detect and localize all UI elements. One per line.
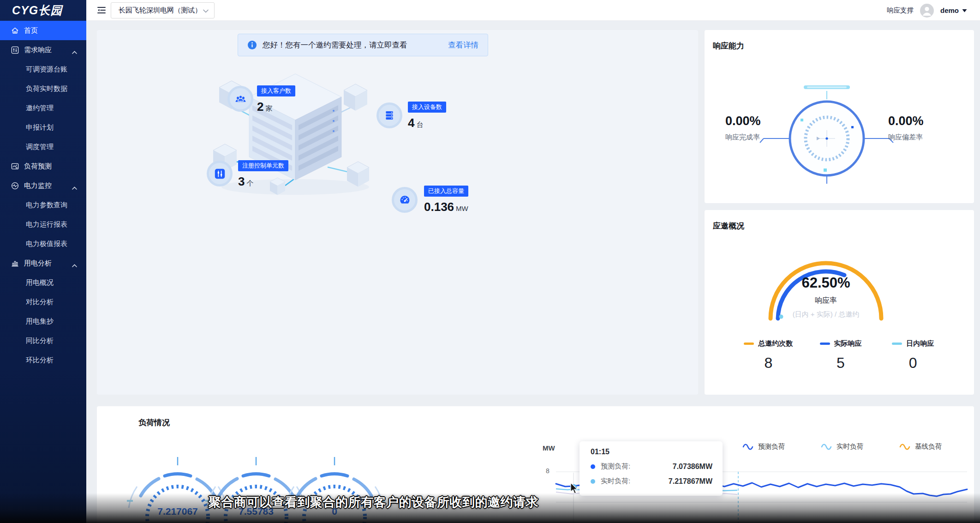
stat-value: 4 <box>408 116 414 130</box>
stat-value: 3 <box>238 174 245 188</box>
wave-icon <box>742 444 754 450</box>
stat-value: 2 <box>257 100 263 114</box>
sidebar-item-label: 负荷预测 <box>24 162 52 171</box>
sidebar-item-comparison-analysis[interactable]: 对比分析 <box>0 292 86 312</box>
tooltip-row-forecast: 预测负荷: 7.07386MW <box>591 462 712 471</box>
sidebar-item-adjustable-resources[interactable]: 可调资源台账 <box>0 60 86 79</box>
menu-fold-icon[interactable] <box>96 5 107 15</box>
stat-label-badge: 接入客户数 <box>257 85 295 96</box>
chart-tooltip: 01:15 预测负荷: 7.07386MW 实时负荷: 7.217867MW <box>580 441 723 496</box>
customers-icon <box>227 86 253 112</box>
chevron-down-icon <box>203 6 209 14</box>
sidebar-item-power-extreme-report[interactable]: 电力极值报表 <box>0 234 86 253</box>
sidebar-item-declaration-plan[interactable]: 申报计划 <box>0 118 86 137</box>
chart-legend-realtime[interactable]: 实时负荷 <box>820 442 863 451</box>
legend-intraday-responses[interactable]: 日内响应 0 <box>877 339 949 372</box>
stat-label-badge: 接入设备数 <box>408 102 446 113</box>
control-units-icon <box>207 161 233 186</box>
home-icon <box>11 27 19 35</box>
sidebar-item-load-forecast[interactable]: 负荷预测 <box>0 156 86 176</box>
topbar-right: 响应支撑 demo <box>887 0 967 21</box>
sidebar: CYG长园 首页 需求响应 可调资源台账 负荷实时数据 邀约管理 申报计划 调度… <box>0 0 86 523</box>
sidebar-group-power-analysis[interactable]: 用电分析 <box>0 253 86 273</box>
sidebar-item-yoy-analysis[interactable]: 同比分析 <box>0 331 86 350</box>
sidebar-item-meter-reading[interactable]: 用电集抄 <box>0 312 86 331</box>
stat-unit: MW <box>456 204 468 212</box>
org-selector-value: 长园飞轮深圳电网（测试） <box>119 6 202 15</box>
stat-control-units: 注册控制单元数 3个 <box>238 160 288 189</box>
series-dot <box>591 479 595 484</box>
tooltip-time: 01:15 <box>591 448 712 456</box>
gauge-value: 7.217067 <box>157 506 198 517</box>
load-gauge-3: 0 <box>284 457 385 523</box>
legend-actual-responses[interactable]: 实际响应 5 <box>805 339 877 372</box>
legend-swatch <box>820 343 830 345</box>
chart-legend-forecast[interactable]: 预测负荷 <box>742 442 785 451</box>
legend-value: 5 <box>805 355 877 372</box>
response-support-link[interactable]: 响应支撑 <box>887 6 914 15</box>
pulse-monitor-icon <box>11 182 19 190</box>
stat-unit: 家 <box>265 104 272 112</box>
deviation-rate-label: 响应偏差率 <box>888 133 953 142</box>
sidebar-group-demand-response[interactable]: 需求响应 <box>0 40 86 60</box>
username: demo <box>940 6 959 14</box>
sidebar-item-label: 首页 <box>24 26 38 35</box>
user-menu[interactable]: demo <box>940 6 967 14</box>
app-root: CYG长园 首页 需求响应 可调资源台账 负荷实时数据 邀约管理 申报计划 调度… <box>0 0 980 523</box>
node-cube <box>344 84 367 111</box>
chevron-up-icon <box>72 48 77 55</box>
wave-icon <box>899 444 911 450</box>
sidebar-item-power-parameter-query[interactable]: 电力参数查询 <box>0 195 86 215</box>
stat-label-badge: 已接入总容量 <box>424 186 468 197</box>
sliders-icon <box>11 46 19 54</box>
view-details-link[interactable]: 查看详情 <box>448 40 478 50</box>
sidebar-item-power-operation-report[interactable]: 电力运行报表 <box>0 215 86 234</box>
overview-panel: 接入客户数 2家 接入设备数 4台 注册控制单元数 3个 已接入总容量 0.13… <box>97 30 698 395</box>
stat-unit: 台 <box>416 120 423 128</box>
deviation-rate-stat: 0.00% 响应偏差率 <box>888 114 953 142</box>
info-icon <box>247 40 257 50</box>
sidebar-item-mom-analysis[interactable]: 环比分析 <box>0 350 86 370</box>
chart-legend-baseline[interactable]: 基线负荷 <box>899 442 942 451</box>
legend-value: 8 <box>732 355 805 372</box>
sidebar-menu: 首页 需求响应 可调资源台账 负荷实时数据 邀约管理 申报计划 调度管理 负荷预… <box>0 21 86 370</box>
sidebar-item-dispatch-mgmt[interactable]: 调度管理 <box>0 137 86 156</box>
stat-capacity: 已接入总容量 0.136MW <box>424 186 468 214</box>
chevron-up-icon <box>72 183 77 191</box>
sidebar-group-power-monitor[interactable]: 电力监控 <box>0 176 86 195</box>
sidebar-item-power-usage-overview[interactable]: 用电概况 <box>0 273 86 292</box>
video-subtitle: 聚合商可以查看到聚合的所有客户的设备所收到的邀约请求 <box>209 494 538 511</box>
stat-unit: 个 <box>246 179 253 187</box>
completion-rate-value: 0.00% <box>725 114 781 128</box>
sidebar-item-home[interactable]: 首页 <box>0 21 86 40</box>
legend-swatch <box>892 343 902 345</box>
legend-value: 0 <box>877 355 949 372</box>
completion-rate-stat: 0.00% 响应完成率 <box>725 114 781 142</box>
response-rate-formula: (日内 + 实际) / 总邀约 <box>705 310 947 319</box>
legend-total-invitations[interactable]: 总邀约次数 8 <box>732 339 805 372</box>
card-title: 负荷情况 <box>138 417 170 428</box>
sidebar-item-label: 电力监控 <box>24 181 52 190</box>
sidebar-item-invitation-mgmt[interactable]: 邀约管理 <box>0 98 86 118</box>
response-rate-label: 响应率 <box>705 296 947 306</box>
devices-icon <box>376 102 402 128</box>
sidebar-item-label: 用电分析 <box>24 259 52 268</box>
stat-value: 0.136 <box>424 200 454 214</box>
topbar: 长园飞轮深圳电网（测试） 响应支撑 demo <box>86 0 980 21</box>
sidebar-item-realtime-load-data[interactable]: 负荷实时数据 <box>0 79 86 98</box>
stat-customers: 接入客户数 2家 <box>257 85 295 114</box>
legend-swatch <box>744 343 754 345</box>
series-dot <box>591 464 595 469</box>
stat-label-badge: 注册控制单元数 <box>238 160 288 171</box>
capacity-icon <box>392 187 418 213</box>
avatar[interactable] <box>920 4 934 18</box>
completion-rate-label: 响应完成率 <box>725 133 781 142</box>
stat-devices: 接入设备数 4台 <box>408 102 446 130</box>
gauge-center-text: 62.50% 响应率 (日内 + 实际) / 总邀约 <box>705 275 947 319</box>
banner-message: 您好！您有一个邀约需要处理，请立即查看 <box>263 40 407 50</box>
tooltip-row-realtime: 实时负荷: 7.217867MW <box>591 477 712 486</box>
chevron-up-icon <box>72 261 77 269</box>
org-selector-dropdown[interactable]: 长园飞轮深圳电网（测试） <box>111 2 215 18</box>
response-capability-card: 响应能力 0.00% 响应完成率 0.00% 响应偏差率 <box>705 30 974 203</box>
wave-icon <box>820 444 832 450</box>
